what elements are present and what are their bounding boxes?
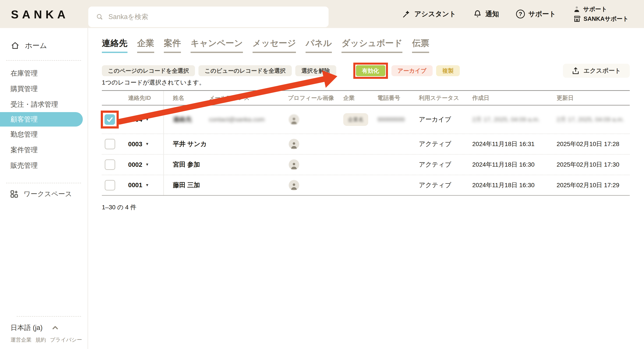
home-icon: [10, 41, 20, 50]
sidebar-item-workspace[interactable]: ワークスペース: [10, 189, 88, 199]
tab-panels[interactable]: パネル: [306, 37, 332, 53]
search-icon: [96, 13, 104, 21]
row-checkbox[interactable]: [105, 180, 115, 190]
header-name: 姓名: [164, 94, 209, 102]
table-row[interactable]: 0003▼ 平井 サンカ アクティブ 2024年11月18日 16:31 202…: [102, 134, 630, 155]
export-button[interactable]: エクスポート: [563, 64, 630, 78]
row-email: contact@sanka.com: [209, 116, 288, 123]
footer-link-privacy[interactable]: プライバシー: [50, 336, 82, 343]
row-created: 2024年11月18日 16:31: [472, 140, 556, 148]
row-name: 平井 サンカ: [164, 140, 209, 148]
row-id-dropdown[interactable]: 0003▼: [125, 134, 164, 154]
sidebar-item-orders-billing[interactable]: 受注・請求管理: [0, 96, 88, 112]
assistant-button[interactable]: アシスタント: [402, 9, 456, 18]
annotation-box-checkbox: [101, 111, 119, 128]
tab-deals[interactable]: 案件: [164, 37, 181, 53]
row-checkbox[interactable]: [105, 139, 115, 149]
company-badge[interactable]: 企業名: [343, 113, 368, 126]
header-phone: 電話番号: [378, 94, 419, 102]
row-id-dropdown[interactable]: 0002▼: [125, 155, 164, 175]
row-name: 藤田 三加: [164, 181, 209, 190]
action-bar: このページのレコードを全選択 このビューのレコードを全選択 選択を解除 有効化 …: [102, 65, 630, 76]
row-updated: 2025年02月10日 17:28: [556, 140, 630, 148]
table-row[interactable]: 0002▼ 宮田 参加 アクティブ 2024年11月18日 16:30 2025…: [102, 155, 630, 175]
footer-link-terms[interactable]: 規約: [36, 336, 46, 343]
sanka-logo: SANKA: [11, 8, 69, 21]
sidebar-item-customers[interactable]: 顧客管理: [0, 112, 83, 127]
sidebar-item-home[interactable]: ホーム: [10, 41, 88, 50]
row-profile-cell: [288, 180, 343, 190]
export-label: エクスポート: [584, 66, 621, 75]
select-all-page-button[interactable]: このページのレコードを全選択: [102, 65, 195, 76]
caret-down-icon: ▼: [146, 142, 149, 146]
row-profile-cell: [288, 139, 343, 149]
avatar-person-icon: [290, 182, 298, 190]
tab-contacts[interactable]: 連絡先: [102, 37, 128, 53]
wand-icon: [402, 10, 411, 18]
account-org: SANKAサポート: [584, 15, 629, 23]
row-id-dropdown[interactable]: 0004▼: [125, 105, 164, 134]
workspace-grid-icon: [10, 189, 19, 199]
support-label: サポート: [528, 9, 556, 18]
avatar: [289, 180, 299, 190]
clear-selection-button[interactable]: 選択を解除: [295, 65, 336, 76]
notifications-button[interactable]: 通知: [473, 9, 499, 18]
row-checkbox-cell: [102, 114, 125, 125]
activate-button[interactable]: 有効化: [356, 65, 385, 76]
table-row[interactable]: 0004▼ 連絡先 contact@sanka.com 企業名 99999999…: [102, 105, 630, 134]
sidebar-item-purchasing[interactable]: 購買管理: [0, 81, 88, 96]
row-id-dropdown[interactable]: 0001▼: [125, 175, 164, 195]
table-row[interactable]: 0001▼ 藤田 三加 アクティブ 2024年11月18日 16:30 2025…: [102, 175, 630, 196]
footer-link-company[interactable]: 運営企業: [10, 336, 32, 343]
workspace-label: ワークスペース: [24, 189, 72, 199]
person-icon: [573, 5, 580, 13]
tab-messages[interactable]: メッセージ: [252, 37, 296, 53]
row-checkbox[interactable]: [105, 159, 115, 170]
row-company-cell: 企業名: [343, 113, 378, 126]
duplicate-button[interactable]: 複製: [436, 65, 460, 76]
topbar: SANKA アシスタント 通知 ? サポート サポート: [0, 0, 644, 28]
tab-vouchers[interactable]: 伝票: [412, 37, 429, 53]
app: SANKA アシスタント 通知 ? サポート サポート: [0, 0, 644, 349]
row-updated: 2025年02月10日 17:30: [556, 160, 630, 169]
annotation-box-activate: 有効化: [353, 63, 388, 79]
row-updated: 2月 17, 2025, 04:09 a.m.: [556, 115, 630, 124]
sidebar: ホーム 在庫管理 購買管理 受注・請求管理 顧客管理 勤怠管理 案件管理 販売管…: [0, 28, 88, 349]
account-name: サポート: [583, 5, 607, 13]
sidebar-item-inventory[interactable]: 在庫管理: [0, 65, 88, 81]
tab-campaigns[interactable]: キャンペーン: [190, 37, 243, 53]
sidebar-item-sales[interactable]: 販売管理: [0, 158, 88, 173]
archive-button[interactable]: アーカイブ: [392, 65, 432, 76]
select-all-view-button[interactable]: このビューのレコードを全選択: [198, 65, 292, 76]
search-input[interactable]: [108, 13, 321, 21]
row-checkbox-cell: [102, 180, 125, 190]
tab-dashboard[interactable]: ダッシュボード: [342, 37, 402, 53]
row-created: 2024年11月18日 16:30: [472, 160, 556, 169]
avatar-person-icon: [290, 161, 298, 170]
caret-down-icon: ▼: [146, 117, 149, 122]
notifications-label: 通知: [486, 9, 499, 18]
caret-down-icon: ▼: [146, 162, 149, 167]
row-checkbox-cell: [102, 139, 125, 149]
language-label: 日本語 (ja): [10, 323, 42, 332]
avatar: [289, 139, 299, 149]
tab-companies[interactable]: 企業: [137, 37, 154, 53]
header-status: 利用ステータス: [419, 94, 472, 102]
footer-links: 運営企業 規約 プライバシー: [10, 336, 88, 343]
global-search[interactable]: [88, 6, 328, 27]
table-header-row: 連絡先ID 姓名 メールアドレス プロフィール画像 企業 電話番号 利用ステータ…: [102, 91, 630, 105]
row-id: 0003: [128, 141, 142, 148]
row-status: アクティブ: [419, 140, 472, 148]
language-selector[interactable]: 日本語 (ja): [10, 323, 88, 332]
check-icon: [106, 116, 114, 123]
company-badge-label: 企業名: [348, 116, 364, 123]
sidebar-item-attendance[interactable]: 勤怠管理: [0, 127, 88, 142]
header-created: 作成日: [472, 94, 556, 102]
header-company: 企業: [343, 94, 378, 102]
row-checkbox-checked[interactable]: [104, 114, 115, 125]
home-label: ホーム: [25, 41, 47, 50]
sidebar-list: 在庫管理 購買管理 受注・請求管理 顧客管理 勤怠管理 案件管理 販売管理: [0, 65, 88, 173]
support-button[interactable]: ? サポート: [516, 9, 556, 18]
account-menu[interactable]: サポート SANKAサポート: [573, 5, 629, 23]
sidebar-item-projects[interactable]: 案件管理: [0, 142, 88, 158]
